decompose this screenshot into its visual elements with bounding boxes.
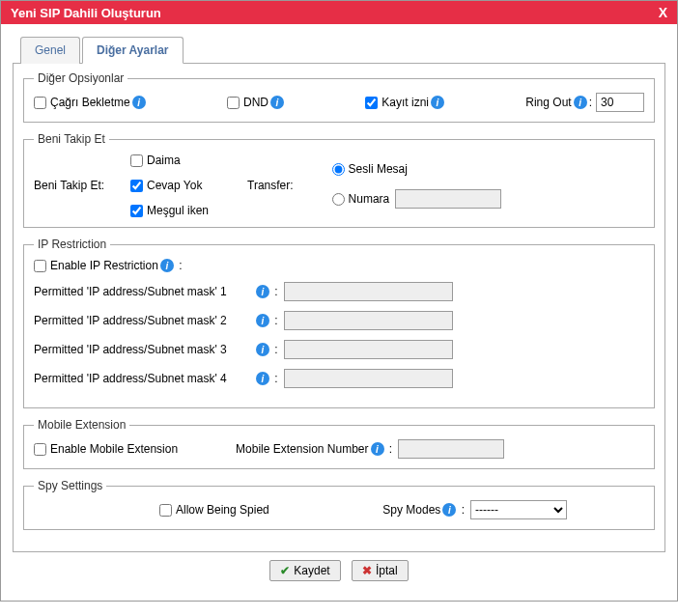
fieldset-spy-settings: Spy Settings Allow Being Spied Spy Modes… <box>23 479 655 530</box>
followme-label: Beni Takip Et: <box>34 179 121 192</box>
dnd-label: DND <box>243 96 268 109</box>
always-checkbox[interactable] <box>130 154 143 167</box>
info-icon[interactable]: i <box>256 343 269 356</box>
footer-buttons: ✔ Kaydet ✖ İptal <box>13 552 665 589</box>
mobile-number-input[interactable] <box>398 439 504 459</box>
mobile-number-label: Mobile Extension Number <box>236 442 368 456</box>
voicemail-label: Sesli Mesaj <box>349 162 408 176</box>
transfer-label: Transfer: <box>247 179 294 192</box>
fieldset-ip-restriction: IP Restriction Enable IP Restriction i :… <box>23 238 655 408</box>
info-icon[interactable]: i <box>256 372 269 385</box>
content-area: Genel Diğer Ayarlar Diğer Opsiyonlar Çağ… <box>1 24 677 601</box>
cancel-label: İptal <box>376 564 398 577</box>
ringout-input[interactable] <box>596 93 644 112</box>
tab-bar: Genel Diğer Ayarlar <box>20 37 665 64</box>
info-icon[interactable]: i <box>132 96 146 109</box>
ip-input-1[interactable] <box>284 282 453 301</box>
fieldset-other-options: Diğer Opsiyonlar Çağrı Bekletme i DND i <box>23 71 655 123</box>
info-icon[interactable]: i <box>256 285 269 298</box>
record-checkbox[interactable] <box>365 97 378 109</box>
fieldset-followme: Beni Takip Et Beni Takip Et: Daima Cevap… <box>23 132 655 228</box>
ip-input-4[interactable] <box>284 369 453 388</box>
ip-row-label: Permitted 'IP address/Subnet mask' 3 <box>34 343 254 356</box>
ip-row-label: Permitted 'IP address/Subnet mask' 1 <box>34 285 254 298</box>
enable-ip-checkbox[interactable] <box>34 260 46 272</box>
noanswer-label: Cevap Yok <box>147 179 202 192</box>
allow-spy-checkbox[interactable] <box>159 504 172 517</box>
ip-row-label: Permitted 'IP address/Subnet mask' 4 <box>34 372 254 385</box>
save-button[interactable]: ✔ Kaydet <box>269 560 340 581</box>
allow-spy-label: Allow Being Spied <box>176 503 269 517</box>
info-icon[interactable]: i <box>442 503 456 517</box>
busy-checkbox[interactable] <box>130 205 143 217</box>
spy-modes-select[interactable]: ------ <box>470 500 567 519</box>
legend-other-options: Diğer Opsiyonlar <box>34 71 127 85</box>
info-icon[interactable]: i <box>256 314 269 327</box>
fieldset-mobile-extension: Mobile Extension Enable Mobile Extension… <box>23 418 655 469</box>
ip-input-3[interactable] <box>284 340 453 359</box>
enable-ip-label: Enable IP Restriction <box>50 259 158 272</box>
info-icon[interactable]: i <box>270 96 284 109</box>
titlebar: Yeni SIP Dahili Oluşturun X <box>1 1 677 24</box>
number-label: Numara <box>349 192 390 206</box>
close-icon[interactable]: X <box>659 5 667 20</box>
noanswer-checkbox[interactable] <box>130 180 143 192</box>
legend-mobile: Mobile Extension <box>34 418 129 432</box>
callwaiting-checkbox[interactable] <box>34 97 46 109</box>
legend-followme: Beni Takip Et <box>34 132 109 146</box>
callwaiting-label: Çağrı Bekletme <box>50 96 130 109</box>
legend-spy: Spy Settings <box>34 479 106 492</box>
close-icon: ✖ <box>362 564 372 577</box>
info-icon[interactable]: i <box>574 96 587 109</box>
number-input[interactable] <box>395 189 501 209</box>
number-radio[interactable] <box>332 193 345 206</box>
dialog-window: Yeni SIP Dahili Oluşturun X Genel Diğer … <box>0 0 678 602</box>
always-label: Daima <box>147 154 181 167</box>
ringout-label: Ring Out <box>525 96 571 109</box>
spy-modes-label: Spy Modes <box>382 503 440 517</box>
enable-mobile-label: Enable Mobile Extension <box>50 442 178 456</box>
ip-row-label: Permitted 'IP address/Subnet mask' 2 <box>34 314 254 327</box>
info-icon[interactable]: i <box>160 259 174 272</box>
dnd-checkbox[interactable] <box>227 97 240 109</box>
legend-ip: IP Restriction <box>34 238 110 251</box>
record-label: Kayıt izni <box>381 96 429 109</box>
tab-other-settings[interactable]: Diğer Ayarlar <box>82 37 183 64</box>
busy-label: Meşgul iken <box>147 204 209 217</box>
info-icon[interactable]: i <box>371 442 384 456</box>
check-icon: ✔ <box>280 564 290 577</box>
tab-general[interactable]: Genel <box>20 37 80 64</box>
ip-input-2[interactable] <box>284 311 453 330</box>
tab-panel: Diğer Opsiyonlar Çağrı Bekletme i DND i <box>13 63 665 552</box>
info-icon[interactable]: i <box>431 96 444 109</box>
window-title: Yeni SIP Dahili Oluşturun <box>11 6 161 20</box>
cancel-button[interactable]: ✖ İptal <box>352 560 409 581</box>
save-label: Kaydet <box>294 564 329 577</box>
enable-mobile-checkbox[interactable] <box>34 443 46 456</box>
voicemail-radio[interactable] <box>332 163 345 176</box>
